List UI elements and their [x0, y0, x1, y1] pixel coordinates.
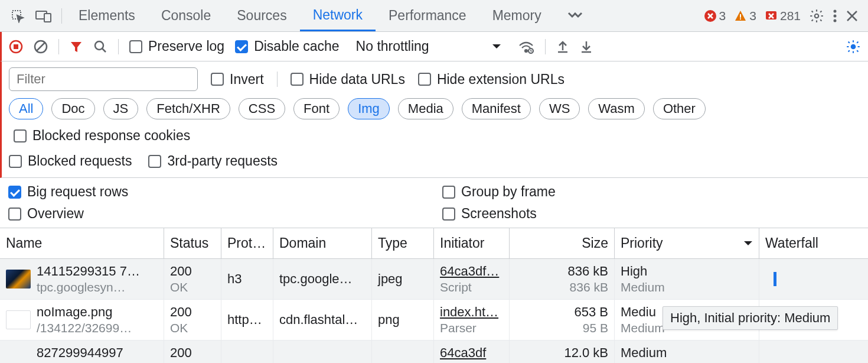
chip-manifest[interactable]: Manifest	[462, 98, 531, 119]
col-type[interactable]: Type	[372, 228, 434, 258]
hide-ext-urls-checkbox[interactable]: Hide extension URLs	[418, 72, 564, 87]
col-priority[interactable]: Priority	[615, 228, 759, 258]
checkbox-icon	[291, 73, 304, 86]
name-sub: tpc.googlesyn…	[37, 280, 140, 294]
checkbox-icon	[442, 208, 455, 221]
col-waterfall[interactable]: Waterfall	[759, 228, 868, 258]
chip-js[interactable]: JS	[103, 98, 139, 119]
svg-rect-12	[14, 44, 18, 49]
cell-initiator: index.ht…Parser	[434, 300, 510, 340]
divider	[545, 39, 546, 54]
blocked-requests-checkbox[interactable]: Blocked requests	[9, 153, 132, 169]
tab-performance[interactable]: Performance	[376, 0, 479, 31]
checkbox-icon	[9, 155, 22, 168]
table-row[interactable]: 827299944997 200 64ca3df 12.0 kB Medium	[0, 341, 868, 363]
checkbox-icon	[8, 186, 21, 199]
inspect-icon[interactable]	[11, 9, 25, 23]
checkbox-icon	[148, 155, 161, 168]
table-row[interactable]: 14115299315 7… tpc.googlesyn… 200OK h3 t…	[0, 259, 868, 300]
error-number: 3	[719, 9, 726, 23]
sort-desc-icon	[743, 241, 753, 247]
tab-network[interactable]: Network	[300, 0, 376, 31]
cell-status: 200OK	[164, 300, 221, 340]
blocked-filter-row: Blocked requests 3rd-party requests	[0, 150, 868, 178]
network-conditions-icon[interactable]	[518, 40, 534, 54]
chip-font[interactable]: Font	[293, 98, 340, 119]
network-toolbar: Preserve log Disable cache No throttling	[0, 32, 868, 61]
record-icon[interactable]	[9, 40, 23, 54]
table-header: Name Status Prot… Domain Type Initiator …	[0, 228, 868, 259]
warning-count[interactable]: 3	[734, 9, 756, 23]
col-name[interactable]: Name	[0, 228, 164, 258]
overview-checkbox[interactable]: Overview	[8, 206, 84, 222]
cell-type: png	[372, 300, 434, 340]
hide-data-urls-checkbox[interactable]: Hide data URLs	[291, 72, 405, 87]
divider	[61, 8, 62, 24]
chip-media[interactable]: Media	[398, 98, 453, 119]
preserve-log-checkbox[interactable]: Preserve log	[129, 38, 224, 54]
svg-point-7	[815, 14, 819, 18]
tab-memory[interactable]: Memory	[479, 0, 554, 31]
chip-fetch-xhr[interactable]: Fetch/XHR	[146, 98, 230, 119]
warning-number: 3	[749, 9, 756, 23]
cell-initiator: 64ca3df…Script	[434, 259, 510, 299]
kebab-icon[interactable]	[833, 9, 837, 23]
col-status[interactable]: Status	[164, 228, 221, 258]
col-size[interactable]: Size	[510, 228, 615, 258]
upload-icon[interactable]	[556, 40, 569, 54]
chip-all[interactable]: All	[9, 98, 43, 119]
screenshots-checkbox[interactable]: Screenshots	[442, 206, 537, 222]
svg-point-8	[834, 9, 837, 12]
clear-icon[interactable]	[34, 40, 48, 54]
settings-icon[interactable]	[809, 8, 824, 24]
third-party-checkbox[interactable]: 3rd-party requests	[148, 153, 278, 169]
invert-checkbox[interactable]: Invert	[211, 72, 264, 87]
tab-elements[interactable]: Elements	[66, 0, 148, 31]
svg-line-14	[37, 43, 45, 51]
message-count[interactable]: 281	[765, 9, 801, 23]
throttling-select[interactable]: No throttling	[350, 38, 507, 54]
blocked-cookies-label: Blocked response cookies	[32, 128, 190, 144]
device-icon[interactable]	[35, 9, 52, 22]
network-settings-icon[interactable]	[846, 39, 861, 54]
tab-console[interactable]: Console	[148, 0, 224, 31]
svg-rect-5	[740, 18, 741, 20]
filter-input[interactable]	[9, 67, 198, 91]
cell-name: noImage.png /134122/32699…	[0, 300, 164, 340]
divider	[118, 39, 119, 54]
chip-ws[interactable]: WS	[539, 98, 580, 119]
tab-sources[interactable]: Sources	[224, 0, 299, 31]
chip-other[interactable]: Other	[653, 98, 706, 119]
divider	[277, 72, 278, 87]
group-by-frame-checkbox[interactable]: Group by frame	[442, 184, 556, 200]
cell-priority: Medium	[615, 341, 759, 363]
big-rows-checkbox[interactable]: Big request rows	[8, 184, 128, 200]
close-icon[interactable]	[846, 9, 859, 22]
chip-img[interactable]: Img	[348, 98, 390, 119]
download-icon[interactable]	[580, 40, 593, 54]
filter-bar: Invert Hide data URLs Hide extension URL…	[0, 61, 868, 95]
screenshots-label: Screenshots	[461, 206, 537, 222]
col-initiator[interactable]: Initiator	[434, 228, 510, 258]
cell-size: 12.0 kB	[510, 341, 615, 363]
chip-css[interactable]: CSS	[239, 98, 285, 119]
disable-cache-checkbox[interactable]: Disable cache	[235, 38, 339, 54]
tab-more[interactable]	[554, 0, 596, 31]
error-count[interactable]: 3	[704, 9, 726, 23]
cell-name: 827299944997	[0, 341, 164, 363]
col-domain[interactable]: Domain	[273, 228, 372, 258]
type-filter-chips: All Doc JS Fetch/XHR CSS Font Img Media …	[0, 95, 868, 150]
search-icon[interactable]	[93, 40, 107, 54]
filter-icon[interactable]	[70, 40, 83, 53]
hide-ext-urls-label: Hide extension URLs	[437, 72, 564, 87]
throttling-value: No throttling	[356, 38, 429, 54]
cell-initiator: 64ca3df	[434, 341, 510, 363]
chip-wasm[interactable]: Wasm	[588, 98, 645, 119]
col-priority-label: Priority	[621, 235, 663, 251]
thumbnail-icon	[6, 270, 31, 289]
blocked-requests-label: Blocked requests	[28, 153, 132, 169]
col-protocol[interactable]: Prot…	[221, 228, 273, 258]
svg-line-16	[102, 48, 106, 52]
blocked-cookies-checkbox[interactable]: Blocked response cookies	[14, 128, 190, 144]
chip-doc[interactable]: Doc	[51, 98, 94, 119]
